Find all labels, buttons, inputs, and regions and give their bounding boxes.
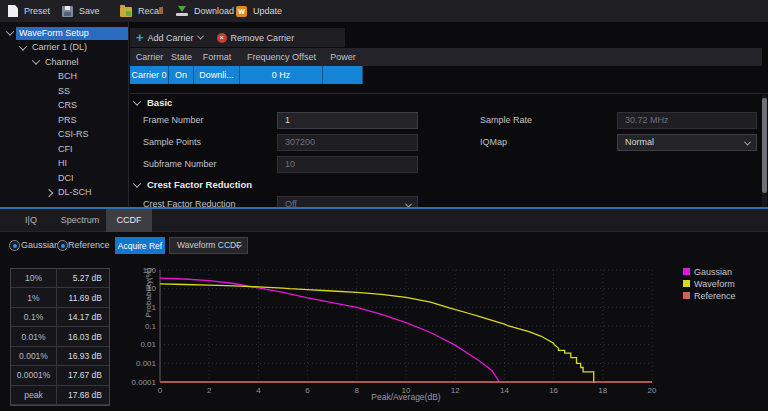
channel-tree: WaveForm SetupCarrier 1 (DL)ChannelBCHSS… <box>0 22 129 207</box>
waveform-app: PresetSaveRecallDownloadWUpdate WaveForm… <box>0 0 768 411</box>
tab-ccdf[interactable]: CCDF <box>106 209 152 232</box>
field-sample-points-input[interactable]: 307200 <box>277 134 418 151</box>
section-header-crest-factor-reduction[interactable]: Crest Factor Reduction <box>134 179 252 190</box>
section-title: Basic <box>147 97 172 108</box>
plus-icon: + <box>136 33 144 43</box>
tree-item-waveform-setup[interactable]: WaveForm Setup <box>0 26 128 41</box>
tree-item-ss[interactable]: SS <box>0 84 128 99</box>
tree-expander[interactable] <box>42 190 55 196</box>
column-header-format: Format <box>194 48 240 66</box>
waveform-curve <box>160 284 595 382</box>
tree-item-dl-sch[interactable]: DL-SCH <box>0 186 128 201</box>
tree-expander[interactable] <box>16 45 29 51</box>
tree-item-label: WaveForm Setup <box>16 27 128 40</box>
preset-button[interactable]: Preset <box>8 0 50 22</box>
tab-i-q[interactable]: I|Q <box>8 209 54 232</box>
tree-item-cfi[interactable]: CFI <box>0 142 128 157</box>
recall-label: Recall <box>138 6 163 16</box>
stat-percent: 0.1% <box>11 308 57 327</box>
add-carrier-button[interactable]: + Add Carrier <box>136 33 203 43</box>
svg-text:10: 10 <box>147 284 156 293</box>
field-subframe-number-input[interactable]: 10 <box>277 156 418 173</box>
field-label-sample-points: Sample Points <box>143 134 201 151</box>
stat-value: 17.67 dB <box>57 366 109 385</box>
download-button[interactable]: Download <box>176 0 234 22</box>
download-icon <box>176 5 188 17</box>
chevron-down-icon <box>133 97 141 105</box>
preset-label: Preset <box>24 6 50 16</box>
tree-item-dci[interactable]: DCI <box>0 171 128 186</box>
tree-item-label: DCI <box>55 172 77 185</box>
waveform-ccdf-dropdown-value: Waveform CCDF <box>177 240 241 250</box>
tree-item-label: DL-SCH <box>55 186 95 199</box>
svg-text:6: 6 <box>305 386 310 395</box>
ccdf-panel: Gaussian Reference Acquire Ref Waveform … <box>0 232 768 411</box>
chevron-down-icon <box>744 139 751 146</box>
reference-legend-swatch <box>683 292 690 299</box>
ccdf-stats-table: 10%5.27 dB1%11.69 dB0.1%14.17 dB0.01%16.… <box>10 268 110 406</box>
recall-icon <box>120 7 132 17</box>
save-button[interactable]: Save <box>62 0 100 22</box>
chevron-right-icon <box>44 189 52 197</box>
stat-percent: 0.001% <box>11 347 57 366</box>
section-header-basic[interactable]: Basic <box>134 97 172 108</box>
tree-item-hi[interactable]: HI <box>0 157 128 172</box>
reference-radio[interactable] <box>57 240 68 251</box>
waveform-ccdf-dropdown[interactable]: Waveform CCDF <box>169 237 248 254</box>
ccdf-chart: Peak/Average(dB) 02468101214161820100101… <box>125 262 768 411</box>
column-header-frequency-offset: Frequency Offset <box>240 48 323 66</box>
tree-item-crs[interactable]: CRS <box>0 99 128 114</box>
tree-item-label: HI <box>55 157 70 170</box>
save-icon <box>62 6 73 17</box>
carrier-table-row[interactable]: Carrier 0OnDownli...0 Hz <box>130 66 363 84</box>
save-label: Save <box>79 6 100 16</box>
ccdf-chart-svg: 024681012141618201001010.10.010.0010.000… <box>125 262 768 411</box>
stat-value: 16.93 dB <box>57 347 109 366</box>
update-label: Update <box>253 6 282 16</box>
recall-button[interactable]: Recall <box>120 0 163 22</box>
gaussian-radio[interactable] <box>9 240 20 251</box>
tree-expander[interactable] <box>3 30 16 36</box>
remove-carrier-label: Remove Carrier <box>231 33 295 43</box>
stat-percent: peak <box>11 386 57 405</box>
field-frame-number-input[interactable]: 1 <box>277 112 418 129</box>
row-cell-carrier: Carrier 0 <box>130 66 169 84</box>
preset-icon <box>8 5 18 17</box>
stat-value: 14.17 dB <box>57 308 109 327</box>
waveform-legend-label: Waveform <box>694 279 735 289</box>
field-crest-factor-reduction-select[interactable]: Off <box>277 196 418 207</box>
field-iqmap-select[interactable]: Normal <box>617 134 757 151</box>
scrollbar-thumb[interactable] <box>762 98 767 193</box>
stat-percent: 0.0001% <box>11 366 57 385</box>
column-header-state: State <box>169 48 194 66</box>
acquire-ref-button[interactable]: Acquire Ref <box>115 237 165 254</box>
stat-value: 11.69 dB <box>57 288 109 307</box>
vertical-scrollbar[interactable] <box>762 95 767 207</box>
update-button[interactable]: WUpdate <box>236 0 282 22</box>
carrier-table-header: CarrierStateFormatFrequency OffsetPower <box>130 48 762 66</box>
svg-text:0.01: 0.01 <box>140 340 156 349</box>
carrier-settings-panel: + Add Carrier × Remove Carrier CarrierSt… <box>130 22 768 207</box>
tab-spectrum[interactable]: Spectrum <box>54 209 106 232</box>
chevron-down-icon <box>31 57 39 65</box>
tree-item-prs[interactable]: PRS <box>0 113 128 128</box>
field-label-frame-number: Frame Number <box>143 112 204 129</box>
reference-radio-label: Reference <box>68 240 110 251</box>
tree-item-carrier-1-dl[interactable]: Carrier 1 (DL) <box>0 41 128 56</box>
svg-text:14: 14 <box>500 386 509 395</box>
tree-item-label: BCH <box>55 70 80 83</box>
svg-text:16: 16 <box>549 386 558 395</box>
tree-item-label: Channel <box>42 56 82 69</box>
tree-expander[interactable] <box>29 59 42 65</box>
waveform-legend-swatch <box>683 280 690 287</box>
tree-item-bch[interactable]: BCH <box>0 70 128 85</box>
field-sample-rate-input[interactable]: 30.72 MHz <box>617 112 757 129</box>
field-label-subframe-number: Subframe Number <box>143 156 217 173</box>
stat-value: 5.27 dB <box>57 269 109 288</box>
tree-item-channel[interactable]: Channel <box>0 55 128 70</box>
tree-item-csi-rs[interactable]: CSI-RS <box>0 128 128 143</box>
chevron-down-icon <box>133 179 141 187</box>
tree-item-label: CSI-RS <box>55 128 92 141</box>
remove-carrier-button[interactable]: × Remove Carrier <box>217 33 295 43</box>
svg-text:20: 20 <box>648 386 657 395</box>
